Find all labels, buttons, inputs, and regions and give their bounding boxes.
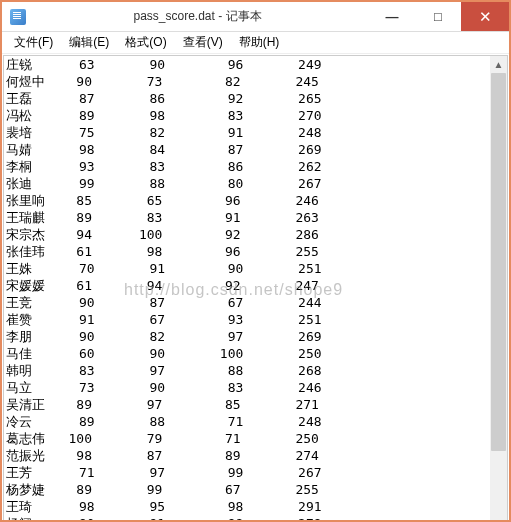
window-title: pass_score.dat - 记事本 bbox=[26, 8, 369, 25]
window-controls: — □ ✕ bbox=[369, 2, 509, 31]
menu-view[interactable]: 查看(V) bbox=[175, 32, 231, 53]
maximize-button[interactable]: □ bbox=[415, 2, 461, 31]
menubar: 文件(F) 编辑(E) 格式(O) 查看(V) 帮助(H) bbox=[2, 32, 509, 54]
titlebar: pass_score.dat - 记事本 — □ ✕ bbox=[2, 2, 509, 32]
menu-help[interactable]: 帮助(H) bbox=[231, 32, 288, 53]
vertical-scrollbar[interactable]: ▲ ▼ bbox=[490, 56, 507, 520]
menu-file[interactable]: 文件(F) bbox=[6, 32, 61, 53]
menu-edit[interactable]: 编辑(E) bbox=[61, 32, 117, 53]
editor-area: 庄锐 63 90 96 249 何煜中 90 73 82 245 王磊 87 8… bbox=[3, 55, 508, 521]
scroll-track[interactable] bbox=[490, 73, 507, 503]
minimize-button[interactable]: — bbox=[369, 2, 415, 31]
close-button[interactable]: ✕ bbox=[461, 2, 509, 31]
scroll-up-button[interactable]: ▲ bbox=[490, 56, 507, 73]
text-content[interactable]: 庄锐 63 90 96 249 何煜中 90 73 82 245 王磊 87 8… bbox=[4, 56, 507, 521]
scroll-thumb[interactable] bbox=[491, 73, 506, 451]
notepad-icon bbox=[10, 9, 26, 25]
menu-format[interactable]: 格式(O) bbox=[117, 32, 174, 53]
